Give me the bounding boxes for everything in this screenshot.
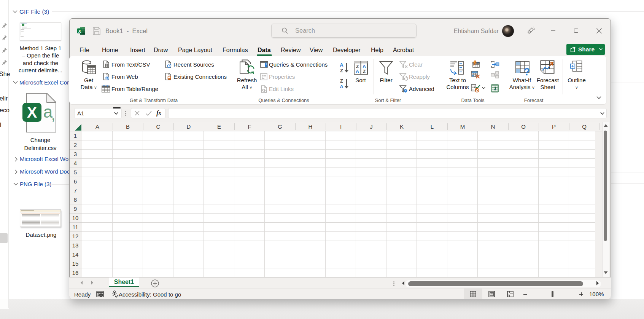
- svg-text:Z: Z: [363, 69, 366, 74]
- svg-text:,: ,: [51, 106, 55, 123]
- svg-text:A: A: [363, 64, 366, 69]
- svg-text:Z: Z: [356, 64, 359, 69]
- svg-text:X: X: [78, 29, 81, 33]
- svg-text:X: X: [27, 104, 37, 121]
- svg-text:J: J: [494, 87, 496, 91]
- svg-text:Z: Z: [340, 78, 343, 84]
- svg-text:A: A: [340, 62, 343, 68]
- svg-text:?: ?: [523, 66, 530, 78]
- svg-text:Z: Z: [340, 68, 343, 73]
- svg-text:A: A: [340, 84, 343, 89]
- svg-text:A: A: [356, 69, 359, 74]
